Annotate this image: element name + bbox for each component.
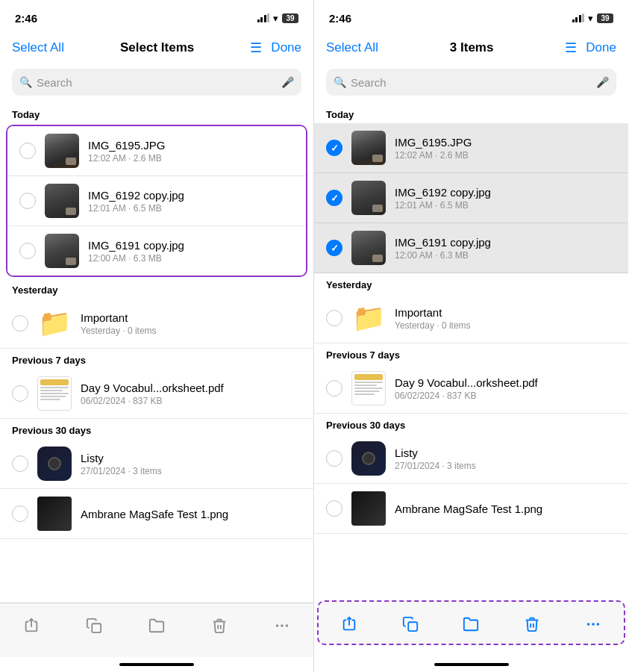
left-nav-title: Select Items [120, 40, 194, 55]
left-select-all[interactable]: Select All [12, 40, 64, 55]
right-file-info-3: IMG_6191 copy.jpg 12:00 AM · 6.3 MB [395, 236, 616, 261]
svg-point-3 [277, 625, 278, 626]
right-ambrane-radio[interactable] [326, 500, 342, 517]
left-ambrane-thumb [37, 497, 72, 531]
left-status-icons: ▾ 39 [257, 13, 299, 24]
right-file-meta-1: 12:02 AM · 2.6 MB [395, 150, 616, 161]
left-toolbar-copy[interactable] [78, 609, 110, 642]
right-today-header: Today [314, 103, 628, 123]
left-radio-3[interactable] [19, 243, 36, 259]
right-search-input[interactable]: Search [351, 76, 592, 89]
svg-rect-4 [408, 622, 417, 631]
left-folder-name: Important [81, 311, 301, 324]
right-radio-2[interactable] [326, 190, 342, 206]
right-file-name-2: IMG_6192 copy.jpg [395, 186, 616, 199]
left-file-info-1: IMG_6195.JPG 12:02 AM · 2.6 MB [88, 139, 294, 164]
left-radio-2[interactable] [19, 193, 36, 209]
right-thumb-3 [351, 231, 386, 265]
left-toolbar-more[interactable] [266, 609, 298, 642]
right-status-icons: ▾ 39 [572, 13, 614, 24]
left-home-indicator [0, 657, 313, 672]
right-mic-icon[interactable]: 🎤 [596, 76, 609, 88]
right-folder-item[interactable]: 📁 Important Yesterday · 0 items [314, 293, 628, 343]
left-file-item-1[interactable]: IMG_6195.JPG 12:02 AM · 2.6 MB [7, 126, 306, 176]
left-done-button[interactable]: Done [271, 40, 301, 55]
left-prev7-header: Previous 7 days [0, 349, 313, 369]
right-pdf-thumb [351, 371, 386, 405]
left-file-name-2: IMG_6192 copy.jpg [88, 189, 294, 202]
left-toolbar-share[interactable] [15, 609, 48, 642]
right-status-bar: 2:46 ▾ 39 [314, 0, 628, 33]
left-panel: 2:46 ▾ 39 Select All Select Items ☰ Done… [0, 0, 314, 672]
right-listy-item[interactable]: Listy 27/01/2024 · 3 items [314, 434, 628, 484]
left-folder-info: Important Yesterday · 0 items [81, 311, 301, 336]
left-wifi-icon: ▾ [273, 13, 278, 24]
right-pdf-radio[interactable] [326, 380, 342, 396]
right-toolbar-folder[interactable] [454, 608, 487, 641]
right-select-all[interactable]: Select All [326, 40, 378, 55]
left-pdf-name: Day 9 Vocabul...orksheet.pdf [81, 382, 301, 394]
left-toolbar-folder[interactable] [140, 609, 173, 642]
right-file-info-1: IMG_6195.JPG 12:02 AM · 2.6 MB [395, 136, 616, 161]
right-nav-right: ☰ Done [565, 40, 616, 56]
svg-point-5 [592, 623, 594, 625]
right-folder-radio[interactable] [326, 310, 342, 326]
left-listy-name: Listy [81, 452, 301, 464]
left-listy-radio[interactable] [12, 455, 28, 472]
left-radio-1[interactable] [19, 143, 36, 159]
right-pdf-info: Day 9 Vocabul...orksheet.pdf 06/02/2024 … [395, 376, 616, 401]
right-file-item-1[interactable]: IMG_6195.JPG 12:02 AM · 2.6 MB [314, 123, 628, 173]
right-thumb-2 [351, 181, 386, 215]
right-thumb-1 [351, 131, 386, 165]
right-file-meta-2: 12:01 AM · 6.5 MB [395, 200, 616, 211]
right-wifi-icon: ▾ [588, 13, 593, 24]
right-pdf-name: Day 9 Vocabul...orksheet.pdf [395, 376, 616, 389]
right-done-button[interactable]: Done [586, 40, 616, 55]
right-folder-name: Important [395, 306, 616, 319]
left-file-info-3: IMG_6191 copy.jpg 12:00 AM · 6.3 MB [88, 239, 294, 264]
right-file-name-3: IMG_6191 copy.jpg [395, 236, 616, 249]
right-list-icon[interactable]: ☰ [565, 40, 577, 56]
left-nav-right: ☰ Done [250, 40, 301, 56]
right-radio-1[interactable] [326, 140, 342, 156]
left-folder-radio[interactable] [12, 315, 28, 332]
right-toolbar-dashed-box [317, 600, 625, 645]
right-file-item-2[interactable]: IMG_6192 copy.jpg 12:01 AM · 6.5 MB [314, 173, 628, 223]
right-toolbar-wrapper [314, 599, 628, 672]
left-file-item-3[interactable]: IMG_6191 copy.jpg 12:00 AM · 6.3 MB [7, 226, 306, 276]
left-search-input[interactable]: Search [37, 76, 277, 89]
left-search-bar[interactable]: 🔍 Search 🎤 [12, 69, 301, 96]
left-listy-item[interactable]: Listy 27/01/2024 · 3 items [0, 439, 313, 489]
left-folder-item[interactable]: 📁 Important Yesterday · 0 items [0, 299, 313, 349]
svg-point-1 [281, 625, 283, 626]
left-prev30-header: Previous 30 days [0, 419, 313, 439]
left-nav-bar: Select All Select Items ☰ Done [0, 33, 313, 66]
left-toolbar-delete[interactable] [203, 609, 236, 642]
right-folder-info: Important Yesterday · 0 items [395, 306, 616, 331]
left-ambrane-item[interactable]: Ambrane MagSafe Test 1.png [0, 489, 313, 539]
right-file-item-3[interactable]: IMG_6191 copy.jpg 12:00 AM · 6.3 MB [314, 223, 628, 273]
right-file-name-1: IMG_6195.JPG [395, 136, 616, 149]
right-file-meta-3: 12:00 AM · 6.3 MB [395, 250, 616, 261]
left-selected-box: IMG_6195.JPG 12:02 AM · 2.6 MB IMG_6192 … [6, 125, 307, 277]
left-folder-meta: Yesterday · 0 items [81, 326, 301, 336]
right-toolbar-delete[interactable] [516, 608, 548, 641]
left-mic-icon[interactable]: 🎤 [281, 76, 294, 88]
right-toolbar-share[interactable] [333, 608, 366, 641]
left-pdf-item[interactable]: Day 9 Vocabul...orksheet.pdf 06/02/2024 … [0, 369, 313, 419]
right-toolbar-more[interactable] [577, 608, 610, 641]
left-list-icon[interactable]: ☰ [250, 40, 262, 56]
right-toolbar-copy[interactable] [394, 608, 427, 641]
svg-point-7 [588, 623, 589, 625]
right-nav-title: 3 Items [450, 40, 494, 55]
right-pdf-item[interactable]: Day 9 Vocabul...orksheet.pdf 06/02/2024 … [314, 364, 628, 414]
left-folder-icon: 📁 [37, 306, 72, 340]
left-ambrane-radio[interactable] [12, 505, 28, 522]
right-search-bar[interactable]: 🔍 Search 🎤 [326, 69, 616, 96]
left-file-item-2[interactable]: IMG_6192 copy.jpg 12:01 AM · 6.5 MB [7, 176, 306, 226]
left-pdf-radio[interactable] [12, 385, 28, 402]
right-listy-radio[interactable] [326, 450, 342, 467]
right-ambrane-item[interactable]: Ambrane MagSafe Test 1.png [314, 484, 628, 534]
right-radio-3[interactable] [326, 240, 342, 256]
right-time: 2:46 [329, 12, 351, 25]
